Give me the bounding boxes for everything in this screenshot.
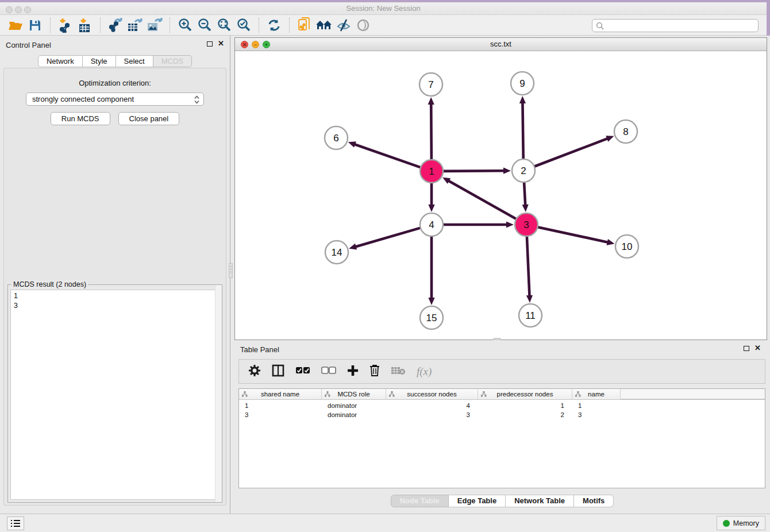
zoom-in-button[interactable]: [175, 17, 195, 34]
first-neighbors-button[interactable]: [314, 17, 334, 34]
table-cell[interactable]: dominator: [322, 410, 386, 419]
column-header-successor-nodes[interactable]: successor nodes: [386, 389, 478, 400]
result-scrollbar[interactable]: [215, 285, 222, 502]
export-image-button[interactable]: [145, 17, 164, 34]
table-settings-button[interactable]: [248, 364, 261, 379]
close-panel-icon[interactable]: ✕: [218, 41, 224, 47]
table-tab-network-table[interactable]: Network Table: [506, 495, 574, 507]
minimize-window-button[interactable]: [15, 6, 22, 13]
table-row[interactable]: 1dominator411: [239, 401, 765, 410]
float-table-panel-icon[interactable]: [744, 346, 749, 351]
graph-edge-3-11[interactable]: [527, 237, 530, 296]
graph-edge-1-7[interactable]: [431, 104, 432, 159]
status-bar: Memory: [0, 514, 770, 532]
delete-table-button[interactable]: [391, 366, 406, 377]
table-cell[interactable]: 1: [478, 401, 572, 410]
zoom-out-button[interactable]: [195, 17, 214, 34]
select-all-rows-button[interactable]: [295, 367, 310, 377]
export-table-button[interactable]: [125, 17, 145, 34]
network-canvas[interactable]: 1234678910111415: [235, 51, 767, 340]
add-column-button[interactable]: [347, 365, 359, 379]
table-tab-edge-table[interactable]: Edge Table: [449, 495, 506, 507]
control-tab-style[interactable]: Style: [83, 55, 116, 67]
column-header-MCDS-role[interactable]: MCDS role: [322, 389, 386, 400]
import-table-button[interactable]: [75, 17, 95, 34]
zoom-fit-button[interactable]: [214, 17, 234, 34]
graph-edge-1-6[interactable]: [355, 144, 420, 167]
birds-eye-view-button[interactable]: [353, 17, 373, 34]
panel-splitter-handle[interactable]: [229, 263, 233, 278]
table-tab-motifs[interactable]: Motifs: [574, 495, 614, 507]
network-maximize-button[interactable]: +: [263, 41, 270, 48]
search-field[interactable]: [592, 19, 759, 32]
duplicate-network-icon: [297, 17, 312, 33]
delete-table-icon: [391, 366, 406, 375]
duplicate-network-button[interactable]: [295, 17, 314, 34]
graph-edge-4-14[interactable]: [356, 228, 420, 247]
unchecked-boxes-icon: [321, 367, 336, 375]
control-panel-title: Control Panel: [6, 41, 51, 49]
function-builder-button[interactable]: f(x): [417, 365, 432, 378]
table-toolbar: f(x): [238, 359, 765, 384]
node-label-10: 10: [622, 241, 633, 252]
table-cell[interactable]: 1: [239, 401, 322, 410]
column-header-shared-name[interactable]: shared name: [239, 389, 322, 400]
float-panel-icon[interactable]: [207, 41, 213, 47]
table-row[interactable]: 3dominator323: [239, 410, 765, 419]
task-history-button[interactable]: [7, 516, 24, 530]
graph-edge-2-8[interactable]: [535, 138, 608, 166]
network-window-title: scc.txt: [235, 38, 767, 51]
apply-layout-button[interactable]: [264, 17, 284, 34]
delete-column-button[interactable]: [369, 364, 380, 379]
export-network-button[interactable]: [106, 17, 125, 34]
graph-edge-1-2[interactable]: [444, 171, 504, 171]
select-stepper-icon: [194, 95, 200, 108]
table-cell[interactable]: 1: [572, 401, 621, 410]
export-network-icon: [108, 18, 123, 33]
deselect-all-rows-button[interactable]: [321, 367, 336, 377]
run-mcds-button[interactable]: Run MCDS: [51, 112, 110, 125]
table-cell[interactable]: 3: [386, 410, 478, 419]
hide-graphics-details-button[interactable]: [334, 17, 353, 34]
mcds-result-text[interactable]: 1 3: [10, 290, 220, 500]
graph-edge-3-10[interactable]: [538, 227, 608, 242]
table-cell[interactable]: 2: [478, 410, 572, 419]
close-table-panel-icon[interactable]: ✕: [754, 345, 761, 351]
graph-edge-3-1[interactable]: [449, 181, 516, 219]
zoom-selected-button[interactable]: [234, 17, 253, 34]
close-window-button[interactable]: [6, 6, 13, 13]
control-tab-select[interactable]: Select: [116, 55, 153, 67]
graph-edge-2-3[interactable]: [524, 183, 525, 205]
open-session-button[interactable]: [6, 17, 25, 34]
app-titlebar: Session: New Session: [0, 2, 767, 15]
memory-button[interactable]: Memory: [717, 516, 765, 530]
network-close-button[interactable]: ✕: [241, 41, 248, 48]
column-header-name[interactable]: name: [572, 389, 621, 400]
optimization-criterion-label: Optimization criterion:: [4, 79, 226, 87]
table-cell[interactable]: 3: [572, 410, 621, 419]
import-network-button[interactable]: [56, 17, 75, 34]
close-panel-button[interactable]: Close panel: [118, 112, 180, 125]
show-columns-button[interactable]: [272, 364, 284, 379]
trash-icon: [369, 364, 380, 376]
zoom-window-button[interactable]: [24, 6, 31, 13]
save-session-button[interactable]: [25, 17, 45, 34]
save-disk-icon: [29, 19, 41, 32]
table-cell[interactable]: dominator: [322, 401, 386, 410]
edge-arrowhead: [349, 244, 357, 250]
mcds-panel-body: Optimization criterion: strongly connect…: [3, 68, 226, 506]
network-minimize-button[interactable]: −: [252, 41, 259, 48]
network-graph[interactable]: 1234678910111415: [235, 51, 767, 340]
gear-icon: [248, 364, 261, 377]
control-tab-mcds[interactable]: MCDS: [153, 55, 192, 67]
search-input[interactable]: [606, 22, 758, 30]
window-resize-handle[interactable]: [493, 338, 501, 340]
table-cell[interactable]: 3: [239, 410, 322, 419]
network-window-titlebar[interactable]: ✕ − + scc.txt: [235, 38, 767, 51]
graph-edge-2-9[interactable]: [522, 103, 523, 159]
control-tab-network[interactable]: Network: [38, 55, 83, 67]
table-tab-node-table[interactable]: Node Table: [391, 495, 449, 507]
criterion-select[interactable]: strongly connected component: [26, 92, 204, 106]
column-header-predecessor-nodes[interactable]: predecessor nodes: [478, 389, 572, 400]
table-cell[interactable]: 4: [386, 401, 478, 410]
